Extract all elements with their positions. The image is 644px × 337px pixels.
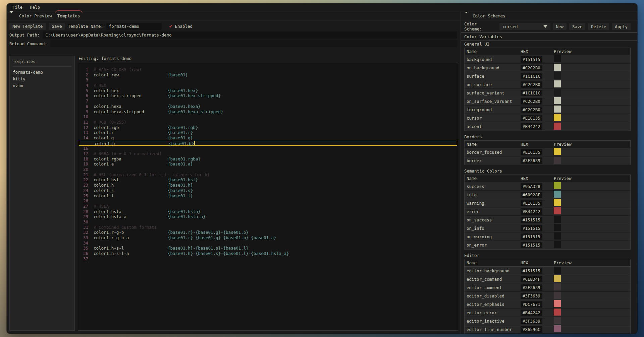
tab-templates[interactable]: Templates xyxy=(56,12,82,19)
code-line[interactable]: 4# HEX xyxy=(78,83,458,88)
code-line[interactable]: 26 xyxy=(78,198,458,204)
code-line[interactable]: 1# BASE COLORS (raw) xyxy=(78,67,458,72)
code-line[interactable]: 25color1.l{base01.l} xyxy=(78,193,458,199)
color-swatch[interactable] xyxy=(554,89,561,96)
color-swatch[interactable] xyxy=(554,275,561,282)
table-row[interactable]: editor_command#CEB34F xyxy=(465,275,630,283)
table-row[interactable]: editor_inactive#3F3639 xyxy=(465,317,630,325)
color-swatch[interactable] xyxy=(554,106,561,113)
save-button[interactable]: Save xyxy=(49,23,65,30)
code-line[interactable]: 9color1.hexa.stripped{base01.hexa_stripp… xyxy=(78,109,458,115)
code-line[interactable]: 29color1.hsla_a{base01.hsla_a} xyxy=(78,214,458,219)
code-line[interactable]: 2color1.raw{base01} xyxy=(78,72,458,78)
code-line[interactable]: 7 xyxy=(78,98,458,104)
template-list-item[interactable]: nvim xyxy=(13,82,71,89)
table-row[interactable]: foreground#C2C2B0 xyxy=(465,106,630,114)
table-row[interactable]: surface_variant#1C1C1C xyxy=(465,89,630,97)
table-row[interactable]: editor_error#B44242 xyxy=(465,309,630,317)
collapse-panel-icon[interactable] xyxy=(9,13,14,18)
color-swatch[interactable] xyxy=(554,207,561,214)
new-template-button[interactable]: New Template xyxy=(9,23,46,30)
code-line[interactable]: 32color1.r-g-b{base01.r}-{base01.g}-{bas… xyxy=(78,230,458,235)
table-row[interactable]: error#B44242 xyxy=(465,207,630,216)
code-line[interactable]: 10 xyxy=(78,114,458,120)
code-line[interactable]: 24color1.s{base01.s} xyxy=(78,188,458,193)
color-hex-input[interactable]: #C2C2B0 xyxy=(521,98,542,105)
color-swatch[interactable] xyxy=(554,97,561,104)
color-swatch[interactable] xyxy=(554,157,561,164)
color-swatch[interactable] xyxy=(554,148,561,155)
color-swatch[interactable] xyxy=(554,267,561,274)
code-line[interactable]: 21# HSL (normalized 0-1 for s,l, integer… xyxy=(78,172,458,178)
code-line[interactable]: 28color1.hsla{base01.hsla} xyxy=(78,209,458,214)
table-row[interactable]: on_info#151515 xyxy=(465,224,630,232)
code-line[interactable]: 23color1.h{base01.h} xyxy=(78,183,458,188)
template-editor[interactable]: 1# BASE COLORS (raw)2color1.raw{base01}3… xyxy=(78,63,458,331)
color-swatch[interactable] xyxy=(554,123,561,130)
table-row[interactable]: info#60928F xyxy=(465,191,630,199)
table-row[interactable]: on_surface#C2C2B0 xyxy=(465,80,630,89)
code-line[interactable]: 34 xyxy=(78,241,458,246)
color-swatch[interactable] xyxy=(554,114,561,121)
enabled-checkbox[interactable]: ✔ Enabled xyxy=(169,24,193,29)
code-line[interactable]: 35color1.h-s-l{base01.h}-{base01.s}-{bas… xyxy=(78,246,458,251)
color-hex-input[interactable]: #E1C135 xyxy=(521,149,542,155)
code-line[interactable]: 30 xyxy=(78,219,458,225)
color-swatch[interactable] xyxy=(554,72,561,79)
color-swatch[interactable] xyxy=(554,325,561,332)
color-hex-input[interactable]: #151515 xyxy=(521,242,542,248)
color-hex-input[interactable]: #E1C135 xyxy=(521,200,542,206)
color-hex-input[interactable]: #B44242 xyxy=(521,123,542,130)
color-hex-input[interactable]: #1C1C1C xyxy=(521,90,542,96)
color-swatch[interactable] xyxy=(554,55,561,62)
color-hex-input[interactable]: #3F3639 xyxy=(521,284,542,291)
color-hex-input[interactable]: #B44242 xyxy=(521,208,542,215)
table-row[interactable]: editor_background#151515 xyxy=(465,267,630,275)
table-row[interactable]: cursor#E1C135 xyxy=(465,114,630,122)
color-hex-input[interactable]: #3F3639 xyxy=(521,318,542,324)
color-swatch[interactable] xyxy=(554,216,561,223)
code-line[interactable]: 31# Combined custom formats xyxy=(78,225,458,230)
color-hex-input[interactable]: #3F3639 xyxy=(521,157,542,164)
table-row[interactable]: editor_disabled#3F3639 xyxy=(465,292,630,300)
color-hex-input[interactable]: #60928F xyxy=(521,192,542,198)
color-hex-input[interactable]: #95A328 xyxy=(521,183,542,190)
color-swatch[interactable] xyxy=(554,292,561,299)
table-row[interactable]: surface#1C1C1C xyxy=(465,72,630,80)
code-line[interactable]: 8color1.hexa{base01.hexa} xyxy=(78,104,458,109)
template-name-input[interactable]: formats-demo xyxy=(106,23,162,30)
tab-color-preview[interactable]: Color Preview xyxy=(18,12,53,19)
template-list-item[interactable]: formats-demo xyxy=(13,69,71,75)
code-line[interactable]: 20 xyxy=(78,167,458,172)
table-row[interactable]: background#151515 xyxy=(465,55,630,64)
color-swatch[interactable] xyxy=(554,224,561,231)
table-row[interactable]: border_focused#E1C135 xyxy=(465,148,630,156)
table-row[interactable]: border#3F3639 xyxy=(465,156,630,165)
color-hex-input[interactable]: #1C1C1C xyxy=(521,73,542,79)
color-hex-input[interactable]: #C2C2B0 xyxy=(521,107,542,113)
color-hex-input[interactable]: #151515 xyxy=(521,225,542,231)
code-line[interactable]: 17# RGBA (A = 0-1 normalized) xyxy=(78,151,458,156)
color-swatch[interactable] xyxy=(554,241,561,248)
color-hex-input[interactable]: #151515 xyxy=(521,268,542,274)
template-list-item[interactable]: kitty xyxy=(13,75,71,82)
table-row[interactable]: accent#B44242 xyxy=(465,122,630,131)
color-scheme-select[interactable]: cursed xyxy=(499,23,550,30)
table-row[interactable]: on_success#151515 xyxy=(465,216,630,224)
color-hex-input[interactable]: #C2C2B0 xyxy=(521,65,542,71)
color-hex-input[interactable]: #151515 xyxy=(521,233,542,240)
code-line[interactable]: 18color1.rgba{base01.rgba} xyxy=(78,156,458,162)
table-row[interactable]: on_error#151515 xyxy=(465,241,630,249)
menu-file[interactable]: File xyxy=(12,5,22,10)
collapse-schemes-icon[interactable] xyxy=(464,13,469,18)
table-row[interactable]: editor_emphasis#DC7671 xyxy=(465,300,630,309)
color-swatch[interactable] xyxy=(554,309,561,316)
code-line[interactable]: 3 xyxy=(78,77,458,83)
code-line[interactable]: 5color1.hex{base01.hex} xyxy=(78,88,458,93)
code-line[interactable]: 13color1.r{base01.r} xyxy=(78,130,458,135)
code-line[interactable]: 36color1.h-s-l-a{base01.h}-{base01.s}-{b… xyxy=(78,251,458,256)
code-line[interactable]: 37 xyxy=(78,256,458,262)
color-swatch[interactable] xyxy=(554,283,561,290)
color-hex-input[interactable]: #DC7671 xyxy=(521,301,542,308)
code-line[interactable]: 22color1.hsl{base01.hsl} xyxy=(78,177,458,183)
